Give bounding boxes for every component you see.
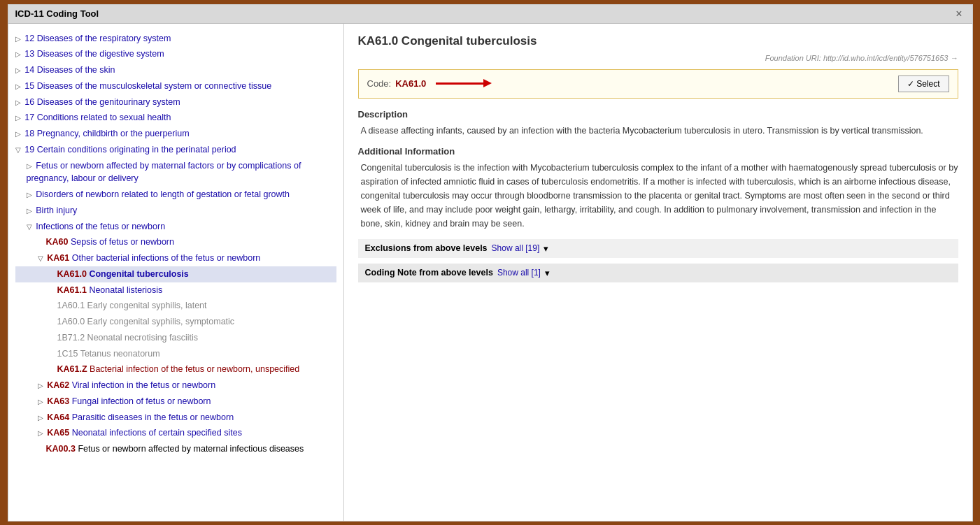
tree-code: 1A60.0 [57, 317, 85, 326]
exclusions-dropdown-icon[interactable]: ▾ [544, 243, 548, 254]
foundation-uri: Foundation URI: http://id.who.int/icd/en… [358, 54, 958, 62]
tree-item-14: ▷ 14 Diseases of the skin [15, 62, 336, 78]
select-button[interactable]: ✓ Select [898, 75, 949, 92]
tree-arrow[interactable]: ▽ [27, 223, 34, 231]
tree-item-19: ▽ 19 Certain conditions originating in t… [15, 142, 336, 158]
tree-link[interactable]: Fungal infection of fetus or newborn [72, 396, 211, 406]
tree-link[interactable]: Sepsis of fetus or newborn [71, 237, 174, 247]
tree-item-17: ▷ 17 Conditions related to sexual health [15, 110, 336, 126]
description-heading: Description [358, 109, 958, 120]
tree-label: Neonatal necrotising fasciitis [87, 333, 198, 343]
tree-item-15: ▷ 15 Diseases of the musculoskeletal sys… [15, 78, 336, 94]
close-button[interactable]: × [953, 8, 965, 20]
tree-item-KA64: ▷ KA64 Parasitic diseases in the fetus o… [15, 410, 336, 426]
tree-link[interactable]: Neonatal infections of certain specified… [72, 428, 242, 438]
code-label: Code: [367, 78, 392, 89]
right-detail-panel: KA61.0 Congenital tuberculosis Foundatio… [344, 24, 972, 521]
tree-link[interactable]: 12 Diseases of the respiratory system [24, 34, 171, 43]
tree-arrow[interactable]: ▷ [27, 207, 34, 215]
tree-link[interactable]: 17 Conditions related to sexual health [24, 113, 171, 122]
tree-item-KA61.1: KA61.1 Neonatal listeriosis [15, 282, 336, 299]
tree-item-1C15: 1C15 Tetanus neonatorum [15, 346, 336, 362]
exclusions-show-all[interactable]: Show all [19] [492, 243, 540, 253]
tree-label: Fetus or newborn affected by maternal in… [78, 444, 304, 454]
tree-link[interactable]: Neonatal listeriosis [89, 285, 162, 295]
red-arrow-icon [436, 82, 485, 85]
tree-link[interactable]: Other bacterial infections of the fetus … [72, 253, 261, 263]
tree-link[interactable]: Infections of the fetus or newborn [36, 222, 165, 231]
left-tree-panel: ▷ 12 Diseases of the respiratory system▷… [8, 24, 344, 521]
tree-link[interactable]: Viral infection in the fetus or newborn [72, 380, 215, 390]
tree-arrow[interactable]: ▷ [38, 414, 45, 422]
tree-arrow[interactable]: ▷ [38, 382, 45, 389]
modal: ICD-11 Coding Tool × ▷ 12 Diseases of th… [8, 4, 973, 522]
tree-item-1B71.2: 1B71.2 Neonatal necrotising fasciitis [15, 330, 336, 346]
tree-arrow[interactable]: ▷ [38, 429, 45, 437]
tree-arrow[interactable]: ▽ [15, 146, 23, 154]
tree-label: Early congenital syphilis, latent [87, 301, 207, 310]
tree-item-KA60: KA60 Sepsis of fetus or newborn [15, 234, 336, 250]
tree-item-18: ▷ 18 Pregnancy, childbirth or the puerpe… [15, 126, 336, 142]
tree-arrow[interactable]: ▷ [15, 82, 23, 90]
tree-link[interactable]: Fetus or newborn affected by maternal fa… [27, 161, 301, 184]
tree-arrow[interactable]: ▷ [15, 99, 23, 106]
tree-label: Early congenital syphilis, symptomatic [87, 317, 235, 326]
tree-arrow[interactable]: ▷ [15, 130, 23, 138]
tree-item-13: ▷ 13 Diseases of the digestive system [15, 46, 336, 62]
description-text: A disease affecting infants, caused by a… [358, 124, 958, 138]
tree-item-KA63: ▷ KA63 Fungal infection of fetus or newb… [15, 394, 336, 410]
tree-link[interactable]: 14 Diseases of the skin [24, 65, 115, 75]
tree-item-KA61.0: KA61.0 Congenital tuberculosis [15, 266, 336, 282]
tree-code: 1A60.1 [57, 301, 85, 310]
tree-link[interactable]: Congenital tuberculosis [89, 269, 188, 279]
tree-item-KA00.3: KA00.3 Fetus or newborn affected by mate… [15, 441, 336, 457]
tree-code: KA63 [47, 396, 69, 406]
tree-item-19-2: ▷ Disorders of newborn related to length… [15, 187, 336, 203]
tree-link[interactable]: Parasitic diseases in the fetus or newbo… [72, 412, 234, 422]
tree-link[interactable]: Bacterial infection of the fetus or newb… [90, 364, 299, 374]
tree-arrow[interactable]: ▽ [38, 254, 45, 262]
tree-code: KA61.0 [57, 269, 87, 279]
coding-note-dropdown-icon[interactable]: ▾ [545, 268, 550, 278]
tree-link[interactable]: 13 Diseases of the digestive system [24, 49, 164, 59]
tree-item-1A60.0: 1A60.0 Early congenital syphilis, sympto… [15, 314, 336, 330]
tree-item-19-4: ▽ Infections of the fetus or newborn [15, 219, 336, 235]
additional-text: Congenital tuberculosis is the infection… [358, 161, 958, 231]
tree-arrow[interactable]: ▷ [15, 66, 23, 74]
tree-list: ▷ 12 Diseases of the respiratory system▷… [15, 31, 336, 457]
foundation-uri-link[interactable]: http://id.who.int/icd/entity/576751653 [823, 54, 949, 62]
red-arrow-annotation [436, 82, 485, 85]
tree-link[interactable]: 19 Certain conditions originating in the… [24, 145, 236, 154]
coding-note-label: Coding Note from above levels [365, 268, 493, 278]
tree-link[interactable]: 18 Pregnancy, childbirth or the puerperi… [24, 129, 189, 138]
tree-code: KA62 [47, 380, 69, 390]
detail-title: KA61.0 Congenital tuberculosis [358, 34, 958, 48]
modal-header: ICD-11 Coding Tool × [8, 5, 972, 24]
modal-body: ▷ 12 Diseases of the respiratory system▷… [8, 24, 972, 521]
tree-code: KA64 [47, 412, 69, 422]
tree-link[interactable]: 16 Diseases of the genitourinary system [24, 97, 180, 107]
tree-code: KA61.1 [57, 285, 87, 295]
tree-arrow[interactable]: ▷ [27, 191, 34, 199]
coding-note-show-all[interactable]: Show all [1] [497, 268, 541, 278]
coding-note-bar: Coding Note from above levels Show all [… [358, 264, 958, 282]
tree-item-16: ▷ 16 Diseases of the genitourinary syste… [15, 94, 336, 110]
tree-arrow[interactable]: ▷ [27, 162, 34, 170]
tree-code: KA00.3 [46, 444, 76, 454]
tree-link[interactable]: Birth injury [36, 206, 77, 215]
tree-arrow[interactable]: ▷ [15, 114, 23, 122]
tree-link[interactable]: 15 Diseases of the musculoskeletal syste… [24, 81, 271, 91]
code-value: KA61.0 [395, 78, 426, 89]
tree-code: 1B71.2 [57, 333, 85, 343]
tree-item-KA62: ▷ KA62 Viral infection in the fetus or n… [15, 377, 336, 394]
tree-code: 1C15 [57, 349, 78, 359]
tree-arrow[interactable]: ▷ [15, 50, 23, 58]
tree-code: KA61 [47, 253, 69, 263]
tree-item-KA61.Z: KA61.Z Bacterial infection of the fetus … [15, 361, 336, 377]
tree-link[interactable]: Disorders of newborn related to length o… [36, 189, 290, 199]
exclusions-label: Exclusions from above levels [365, 243, 488, 253]
tree-arrow[interactable]: ▷ [15, 35, 23, 43]
tree-item-1A60.1: 1A60.1 Early congenital syphilis, latent [15, 298, 336, 314]
tree-code: KA61.Z [57, 364, 87, 374]
tree-arrow[interactable]: ▷ [38, 398, 45, 405]
